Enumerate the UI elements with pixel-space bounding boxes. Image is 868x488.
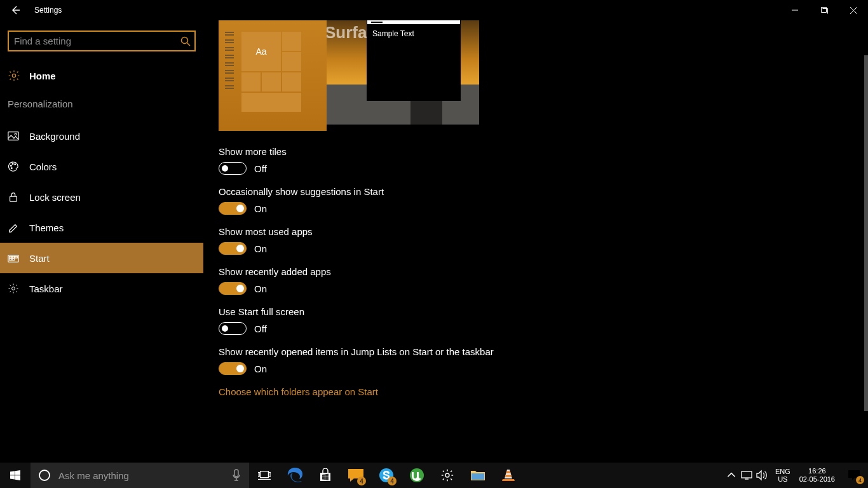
task-view-icon [258,470,271,480]
maximize-icon [821,7,828,14]
setting-full-screen: Use Start full screenOff [219,306,860,335]
sidebar-item-label: Taskbar [29,283,63,294]
back-arrow-icon [10,5,20,15]
window-title: Settings [34,6,62,15]
preview-window: Sample Text [367,20,460,100]
close-button[interactable] [839,0,868,20]
taskbar-skype[interactable]: 4 [371,463,402,488]
sidebar-item-label: Start [29,253,50,264]
taskbar-vlc[interactable] [493,463,524,488]
vlc-icon [501,469,515,482]
sidebar-item-background[interactable]: Background [0,121,203,151]
store-icon [318,468,332,482]
search-icon [180,36,191,46]
utorrent-icon [409,468,424,483]
svg-rect-17 [234,470,238,477]
edge-icon [287,467,303,484]
sidebar-item-themes[interactable]: Themes [0,212,203,243]
toggle-full-screen[interactable] [219,322,247,335]
toggle-recently-added[interactable] [219,282,247,295]
action-center-button[interactable]: 4 [840,463,868,488]
sidebar-item-start[interactable]: Start [0,243,203,273]
titlebar: Settings [0,0,868,20]
background-icon [8,130,19,142]
setting-label: Show recently opened items in Jump Lists… [219,346,860,357]
svg-rect-8 [10,196,17,201]
svg-rect-11 [12,256,15,258]
home-button[interactable]: Home [0,62,203,90]
svg-point-5 [12,163,13,165]
toggle-most-used[interactable] [219,242,247,255]
taskbar-store[interactable] [310,463,341,488]
gear-icon [440,468,454,482]
search-field-wrap [8,30,196,51]
toggle-state-label: On [254,283,267,294]
sidebar-item-label: Colors [29,161,57,172]
folders-link[interactable]: Choose which folders appear on Start [219,386,860,397]
setting-label: Show recently added apps [219,266,860,277]
taskbar-edge[interactable] [280,463,310,488]
svg-rect-14 [12,259,15,261]
taskbar-settings[interactable] [432,463,463,488]
skype-badge: 4 [388,477,397,485]
start-icon [8,252,19,264]
minimize-icon [792,7,798,13]
taskbar-utorrent[interactable] [402,463,432,488]
svg-point-6 [15,164,16,165]
preview-tile-big: Aa [241,32,281,71]
taskbar-apps: 4 4 [249,463,524,488]
taskbar-explorer[interactable] [463,463,493,488]
svg-rect-12 [15,256,18,258]
taskbar-icon [8,283,19,294]
taskbar-messaging[interactable]: 4 [341,463,371,488]
setting-label: Use Start full screen [219,306,860,317]
start-button[interactable] [0,463,31,488]
toggle-show-more-tiles[interactable] [219,162,247,175]
language-indicator[interactable]: ENG US [771,468,794,483]
clock[interactable]: 16:26 02-05-2016 [794,467,840,484]
clock-time: 16:26 [799,467,835,475]
svg-rect-18 [261,471,269,478]
sidebar-item-lock-screen[interactable]: Lock screen [0,182,203,212]
svg-point-23 [445,473,449,477]
toggle-state-label: On [254,363,267,374]
network-icon [741,470,752,481]
clock-date: 02-05-2016 [799,475,835,484]
taskbar-tray-area: ENG US 16:26 02-05-2016 4 [722,463,868,488]
content-area: Aa MicrosoftSurfac Sample Text Show more… [219,20,860,463]
lock-screen-icon [8,191,19,203]
volume-icon [756,470,768,481]
svg-point-4 [11,165,12,166]
svg-rect-10 [10,256,12,258]
sidebar: Home Personalization BackgroundColorsLoc… [0,20,203,463]
cortana-placeholder: Ask me anything [58,470,224,481]
preview-start-menu: Aa [219,20,327,131]
toggle-jump-lists[interactable] [219,362,247,375]
setting-label: Show more tiles [219,146,860,157]
lang-bottom: US [775,475,790,483]
task-view-button[interactable] [249,463,280,488]
toggle-state-label: On [254,203,267,214]
svg-point-7 [11,168,12,169]
cortana-search[interactable]: Ask me anything [31,463,249,488]
start-preview: Aa MicrosoftSurfac Sample Text [219,20,860,131]
maximize-button[interactable] [810,0,839,20]
sidebar-item-taskbar[interactable]: Taskbar [0,273,203,304]
toggle-suggestions[interactable] [219,202,247,215]
sidebar-item-colors[interactable]: Colors [0,151,203,182]
minimize-button[interactable] [780,0,810,20]
svg-point-0 [182,37,188,43]
category-label: Personalization [0,90,203,121]
setting-jump-lists: Show recently opened items in Jump Lists… [219,346,860,375]
setting-label: Occasionally show suggestions in Start [219,186,860,197]
toggle-state-label: Off [254,163,267,174]
scrollbar[interactable] [864,20,868,463]
scrollbar-thumb[interactable] [864,55,868,411]
mic-icon [231,469,241,482]
svg-rect-19 [258,472,260,476]
search-input[interactable] [8,30,196,51]
back-button[interactable] [0,0,31,20]
svg-rect-13 [10,259,12,261]
lang-top: ENG [775,468,790,475]
system-tray[interactable] [722,470,771,481]
